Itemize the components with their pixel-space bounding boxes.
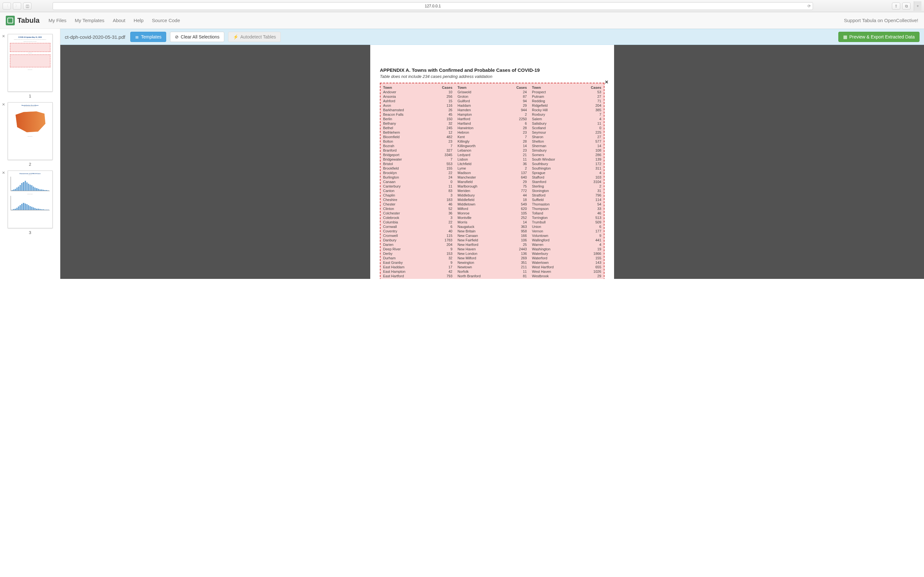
table-row: Guilford94 xyxy=(457,99,527,103)
pdf-viewer[interactable]: ct-dph-covid-2020-05-31.pdf ≣ Templates … xyxy=(60,29,924,279)
table-row: New Haven2443 xyxy=(457,247,527,251)
table-row: Somers286 xyxy=(532,153,601,157)
table-row: Hebron23 xyxy=(457,130,527,135)
table-row: Darien204 xyxy=(383,242,452,247)
table-row: Ridgefield204 xyxy=(532,103,601,108)
thumbnail-3[interactable]: ✕ Characteristics of COVID-19 Cases xxxx… xyxy=(0,169,60,237)
table-selection[interactable]: × TownCasesAndover10Ansonia256Ashford15A… xyxy=(380,83,604,279)
table-row: New Hartford25 xyxy=(457,242,527,247)
table-row: Colchester36 xyxy=(383,211,452,215)
table-row: Middlefield18 xyxy=(457,197,527,202)
table-row: Union6 xyxy=(532,224,601,229)
table-row: Suffield114 xyxy=(532,197,601,202)
thumbnail-sidebar[interactable]: ✕ COVID-19 Update May 31, 2020 xxxxxxxx … xyxy=(0,29,60,279)
table-row: Stonington31 xyxy=(532,189,601,193)
page-thumbnail[interactable]: Characteristics of COVID-19 Cases xxxx x… xyxy=(8,171,53,228)
table-row: Burlington24 xyxy=(383,175,452,179)
share-button[interactable]: ⇪ xyxy=(892,3,900,10)
page-thumbnail[interactable]: COVID-19 Update May 31, 2020 xxxxxxxx xx… xyxy=(8,34,53,92)
table-row: Clinton52 xyxy=(383,206,452,211)
preview-export-button[interactable]: ▦ Preview & Export Extracted Data xyxy=(838,32,919,42)
table-row: Trumbull509 xyxy=(532,220,601,224)
table-row: Mansfield29 xyxy=(457,179,527,184)
table-row: Stratford796 xyxy=(532,193,601,197)
table-row: Weston63 xyxy=(532,278,601,279)
table-row: Killingworth14 xyxy=(457,143,527,148)
table-row: Bethlehem12 xyxy=(383,130,452,135)
nav-help[interactable]: Help xyxy=(134,18,144,23)
table-row: Sprague4 xyxy=(532,171,601,175)
app-logo[interactable]: Tabula xyxy=(6,16,39,25)
nav-support-link[interactable]: Support Tabula on OpenCollective! xyxy=(844,18,918,23)
table-row: Kent7 xyxy=(457,135,527,139)
table-row: Canterbury11 xyxy=(383,184,452,189)
pdf-page[interactable]: APPENDIX A. Towns with Confirmed and Pro… xyxy=(370,45,614,279)
sidebar-toggle-button[interactable]: ◫ xyxy=(23,3,31,10)
table-row: Scotland0 xyxy=(532,126,601,130)
table-row: Lisbon11 xyxy=(457,157,527,161)
table-row: Salisbury11 xyxy=(532,121,601,126)
table-row: New London136 xyxy=(457,251,527,256)
table-row: Norfolk11 xyxy=(457,269,527,274)
table-row: Beacon Falls45 xyxy=(383,112,452,117)
table-row: Bolton23 xyxy=(383,139,452,143)
close-icon[interactable]: ✕ xyxy=(2,34,5,39)
table-row: Andover10 xyxy=(383,90,452,94)
table-row: East Hartford793 xyxy=(383,274,452,278)
table-row: Sterling2 xyxy=(532,184,601,189)
close-icon[interactable]: ✕ xyxy=(2,171,5,175)
clear-selections-button[interactable]: ⊘ Clear All Selections xyxy=(170,32,224,42)
thumbnail-1[interactable]: ✕ COVID-19 Update May 31, 2020 xxxxxxxx … xyxy=(0,33,60,101)
table-row: Groton87 xyxy=(457,94,527,99)
tabs-button[interactable]: ⧉ xyxy=(902,3,911,10)
nav-about[interactable]: About xyxy=(113,18,125,23)
table-row: Haddam29 xyxy=(457,103,527,108)
table-row: Thompson33 xyxy=(532,206,601,211)
templates-button[interactable]: ≣ Templates xyxy=(130,32,166,42)
close-icon[interactable]: ✕ xyxy=(2,102,5,107)
table-row: Washington19 xyxy=(532,247,601,251)
page-subtitle: Table does not include 234 cases pending… xyxy=(380,74,604,79)
table-row: West Hartford655 xyxy=(532,265,601,269)
table-row: New Britain958 xyxy=(457,229,527,234)
page-thumbnail[interactable]: Hospitalization Surveillance xxxx xxxx x… xyxy=(8,102,53,160)
table-row: Litchfield36 xyxy=(457,161,527,166)
table-row: Brooklyn22 xyxy=(383,171,452,175)
table-row: Barkhamsted26 xyxy=(383,108,452,112)
table-row: East Haddam17 xyxy=(383,265,452,269)
nav-links: My Files My Templates About Help Source … xyxy=(48,18,180,23)
main: ✕ COVID-19 Update May 31, 2020 xxxxxxxx … xyxy=(0,29,924,279)
table-row: East Hampton42 xyxy=(383,269,452,274)
url-bar[interactable]: 127.0.0.1 ⟳ xyxy=(53,2,813,10)
action-toolbar: ct-dph-covid-2020-05-31.pdf ≣ Templates … xyxy=(60,29,924,45)
autodetect-button[interactable]: ⚡ Autodetect Tables xyxy=(228,32,281,42)
browser-toolbar: 〈 〉 ◫ 127.0.0.1 ⟳ ⇪ ⧉ + xyxy=(0,0,924,12)
nav-source-code[interactable]: Source Code xyxy=(152,18,180,23)
table-icon: ▦ xyxy=(843,34,847,39)
table-row: Sharon27 xyxy=(532,135,601,139)
new-tab-button[interactable]: + xyxy=(914,1,921,11)
selection-close-icon[interactable]: × xyxy=(605,79,608,85)
reload-icon[interactable]: ⟳ xyxy=(808,4,811,8)
table-row: Simsbury108 xyxy=(532,148,601,153)
table-row: Redding71 xyxy=(532,99,601,103)
logo-icon xyxy=(6,16,15,25)
table-row: Newington351 xyxy=(457,260,527,265)
table-row: Waterford155 xyxy=(532,256,601,260)
table-row: Marlborough75 xyxy=(457,184,527,189)
table-row: Tolland46 xyxy=(532,211,601,215)
table-row: Bethany32 xyxy=(383,121,452,126)
thumbnail-2[interactable]: ✕ Hospitalization Surveillance xxxx xxxx… xyxy=(0,101,60,169)
page-title: APPENDIX A. Towns with Confirmed and Pro… xyxy=(380,67,604,73)
table-row: Westbrook29 xyxy=(532,274,601,278)
table-row: Coventry40 xyxy=(383,229,452,234)
back-button[interactable]: 〈 xyxy=(3,3,11,10)
table-row: Hartford2250 xyxy=(457,117,527,121)
table-row: Durham32 xyxy=(383,256,452,260)
table-row: Shelton577 xyxy=(532,139,601,143)
table-row: Berlin150 xyxy=(383,117,452,121)
forward-button[interactable]: 〉 xyxy=(13,3,21,10)
bolt-icon: ⚡ xyxy=(233,34,238,39)
nav-my-templates[interactable]: My Templates xyxy=(75,18,104,23)
nav-my-files[interactable]: My Files xyxy=(48,18,66,23)
